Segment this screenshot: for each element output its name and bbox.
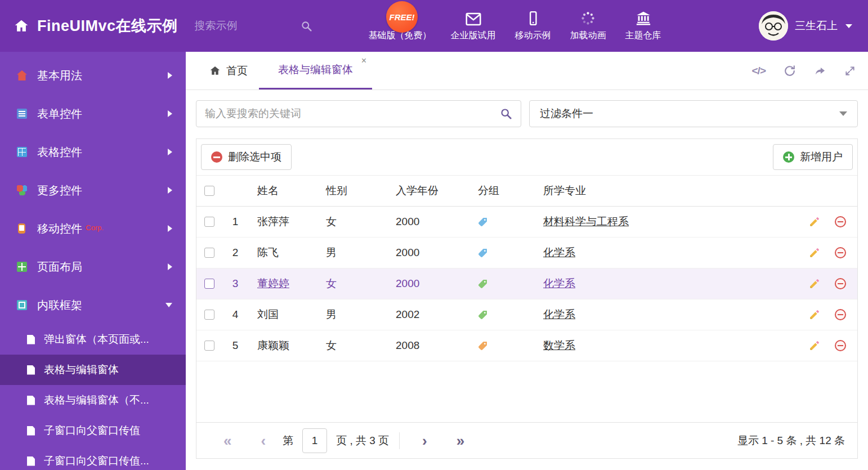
source-code-icon[interactable]: </>: [752, 65, 766, 77]
cell-name: 张萍萍: [248, 214, 317, 229]
nav-loading-animations[interactable]: 加载动画: [570, 11, 606, 42]
sidebar-subitem-grid-edit-window[interactable]: 表格与编辑窗体: [0, 355, 186, 385]
sidebar-subitem-child-to-parent[interactable]: 子窗口向父窗口传值: [0, 415, 186, 446]
sidebar-subitem-popup-window[interactable]: 弹出窗体（本页面或...: [0, 324, 186, 355]
nav-theme-repo[interactable]: 主题仓库: [625, 11, 661, 42]
brand[interactable]: FineUIMvc在线示例: [14, 16, 178, 36]
open-new-window-icon[interactable]: [814, 65, 826, 77]
row-index: 3: [222, 277, 248, 290]
row-checkbox[interactable]: [204, 310, 214, 320]
grid-icon: [17, 147, 27, 157]
sidebar-item-mobile-controls[interactable]: 移动控件 Corp.: [0, 209, 186, 248]
select-all-checkbox[interactable]: [204, 186, 214, 196]
row-checkbox[interactable]: [204, 341, 214, 351]
table-row[interactable]: 5 康颖颖 女 2008 数学系: [196, 330, 857, 361]
major-link[interactable]: 数学系: [543, 339, 575, 351]
column-header-name[interactable]: 姓名: [248, 183, 317, 198]
phone-icon: [18, 223, 25, 234]
major-link[interactable]: 材料科学与工程系: [543, 216, 629, 227]
edit-icon[interactable]: [809, 309, 820, 320]
sidebar-item-iframe[interactable]: 内联框架: [0, 286, 186, 324]
page-input[interactable]: [302, 428, 327, 453]
tab-home[interactable]: 首页: [198, 52, 259, 89]
first-page-icon[interactable]: «: [218, 433, 237, 448]
edit-icon[interactable]: [809, 340, 820, 351]
add-user-button[interactable]: 新增用户: [773, 144, 853, 170]
fullscreen-icon[interactable]: [844, 65, 856, 77]
row-index: 1: [222, 216, 248, 228]
sidebar-subitem-child-to-parent-2[interactable]: 子窗口向父窗口传值...: [0, 446, 186, 470]
widgets-icon: [17, 185, 27, 195]
major-link[interactable]: 化学系: [543, 277, 575, 289]
edit-icon[interactable]: [809, 216, 820, 227]
file-icon: [27, 426, 35, 436]
sidebar-subitem-grid-edit-window-2[interactable]: 表格与编辑窗体（不...: [0, 385, 186, 415]
close-icon[interactable]: ×: [361, 56, 366, 65]
search-icon[interactable]: [301, 20, 312, 32]
free-badge: FREE!: [386, 1, 418, 33]
tab-grid-edit-window[interactable]: 表格与编辑窗体 ×: [259, 52, 372, 89]
delete-row-icon[interactable]: [835, 278, 846, 289]
chevron-right-icon: [168, 263, 172, 270]
delete-row-icon[interactable]: [835, 216, 846, 227]
row-checkbox[interactable]: [204, 279, 214, 289]
table-row[interactable]: 2 陈飞 男 2000 化学系: [196, 238, 857, 268]
column-header-year[interactable]: 入学年份: [387, 183, 469, 198]
nav-label: 企业版试用: [451, 30, 496, 42]
nav-mobile-demo[interactable]: 移动示例: [515, 11, 551, 42]
filter-dropdown[interactable]: 过滤条件一: [529, 100, 858, 127]
delete-selected-button[interactable]: 删除选中项: [201, 144, 292, 170]
search-icon[interactable]: [500, 108, 512, 120]
prev-page-icon[interactable]: ‹: [255, 433, 271, 448]
spinner-icon: [580, 11, 596, 26]
edit-icon[interactable]: [809, 247, 820, 258]
home-icon: [209, 65, 221, 76]
refresh-icon[interactable]: [784, 65, 796, 77]
cell-year: 2000: [387, 247, 469, 259]
tag-icon: [478, 310, 487, 320]
row-checkbox[interactable]: [204, 248, 214, 258]
home-icon: [14, 19, 29, 33]
sidebar-item-page-layout[interactable]: 页面布局: [0, 248, 186, 286]
major-link[interactable]: 化学系: [543, 308, 575, 320]
table-row[interactable]: 1 张萍萍 女 2000 材料科学与工程系: [196, 207, 857, 238]
chevron-down-icon: [165, 303, 172, 307]
edit-icon[interactable]: [809, 278, 820, 289]
header-search-input[interactable]: [195, 20, 279, 32]
tag-icon: [478, 248, 487, 258]
delete-row-icon[interactable]: [835, 340, 846, 351]
user-menu[interactable]: 三生石上: [759, 11, 852, 41]
sidebar-item-more-controls[interactable]: 更多控件: [0, 171, 186, 209]
table-row[interactable]: 4 刘国 男 2002 化学系: [196, 299, 857, 330]
nav-enterprise-trial[interactable]: 企业版试用: [451, 11, 496, 42]
last-page-icon[interactable]: »: [451, 433, 470, 448]
table-row[interactable]: 3 董婷婷 女 2000 化学系: [196, 268, 857, 299]
file-icon: [27, 396, 35, 405]
sidebar: 基本用法 表单控件 表格控件 更多控件 移动控件: [0, 52, 186, 470]
cell-gender: 女: [317, 214, 387, 229]
chevron-right-icon: [168, 110, 172, 117]
sidebar-item-form-controls[interactable]: 表单控件: [0, 95, 186, 133]
column-header-major[interactable]: 所学专业: [534, 183, 791, 198]
keyword-search-input[interactable]: [205, 108, 500, 120]
pager-divider: [399, 432, 400, 449]
chevron-right-icon: [168, 72, 172, 79]
next-page-icon[interactable]: ›: [417, 433, 433, 448]
sidebar-item-basic-usage[interactable]: 基本用法: [0, 56, 186, 95]
cell-gender: 男: [317, 245, 387, 260]
tab-bar: 首页 表格与编辑窗体 × </>: [186, 52, 868, 90]
row-index: 2: [222, 247, 248, 259]
delete-row-icon[interactable]: [835, 309, 846, 320]
museum-icon: [636, 11, 651, 26]
grid-panel: 删除选中项 新增用户 姓名 性别 入学年份 分组 所学专业: [196, 138, 858, 459]
keyword-search-box: [196, 100, 521, 127]
cell-gender: 女: [317, 338, 387, 353]
major-link[interactable]: 化学系: [543, 247, 575, 258]
sidebar-item-grid-controls[interactable]: 表格控件: [0, 133, 186, 171]
row-checkbox[interactable]: [204, 217, 214, 227]
cell-name: 陈飞: [248, 245, 317, 260]
column-header-gender[interactable]: 性别: [317, 183, 387, 198]
delete-row-icon[interactable]: [835, 247, 846, 258]
filter-row: 过滤条件一: [186, 90, 868, 134]
column-header-group[interactable]: 分组: [469, 183, 534, 198]
